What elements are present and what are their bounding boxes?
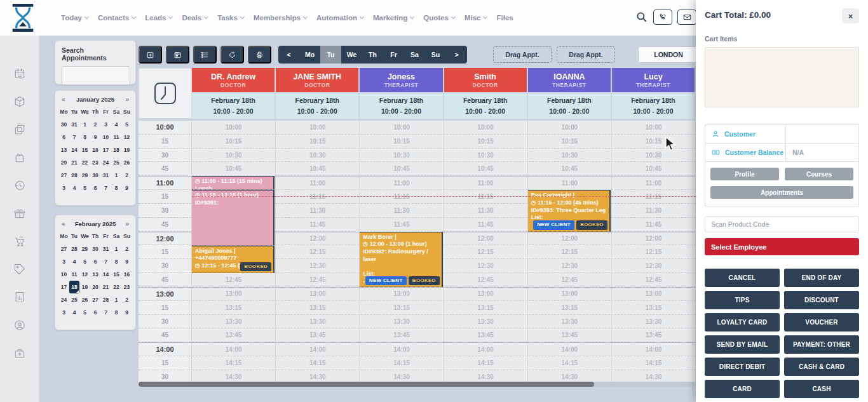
day-cell[interactable]: 5 bbox=[121, 118, 132, 131]
prev-day-button[interactable]: < bbox=[278, 46, 299, 64]
toolbar-calendar-view-button[interactable] bbox=[166, 46, 189, 64]
toolbar-refresh-button[interactable] bbox=[220, 46, 244, 64]
cash-button[interactable]: CASH bbox=[784, 380, 859, 398]
day-cell[interactable]: 24 bbox=[58, 293, 69, 306]
day-cell[interactable]: 3 bbox=[58, 182, 69, 194]
toolbar-print-button[interactable] bbox=[248, 46, 271, 64]
time-slot-cell[interactable]: 11:00 bbox=[360, 177, 444, 189]
time-slot-cell[interactable]: 13:15 bbox=[360, 301, 444, 314]
time-slot-cell[interactable]: 14:00 bbox=[528, 343, 612, 356]
sidebar-report-icon[interactable] bbox=[13, 291, 26, 304]
day-cell[interactable]: 3 bbox=[58, 306, 69, 319]
time-slot-cell[interactable]: 12:15 bbox=[612, 245, 696, 258]
time-slot-cell[interactable]: 12:30 bbox=[444, 259, 528, 272]
card-button[interactable]: CARD bbox=[705, 380, 780, 398]
day-cell[interactable]: 31 bbox=[69, 118, 80, 131]
time-slot-cell[interactable]: 13:45 bbox=[528, 328, 612, 342]
day-cell[interactable]: 29 bbox=[79, 243, 90, 255]
day-cell[interactable]: 10 bbox=[58, 268, 69, 281]
day-cell[interactable]: 3 bbox=[58, 255, 69, 268]
appointment-block[interactable]: Eva Cartwright |◷ 11:15 - 12:00 (45 mins… bbox=[528, 190, 611, 232]
day-cell[interactable]: 7 bbox=[100, 255, 111, 268]
appointment-block[interactable]: Mark Borer |◷ 12:00 - 13:00 (1 hour)ID#9… bbox=[360, 232, 442, 287]
day-cell[interactable]: 3 bbox=[100, 118, 111, 131]
provider-header[interactable]: JANE SMITHDOCTOR bbox=[276, 68, 358, 92]
sidebar-cart-icon[interactable] bbox=[13, 235, 26, 248]
sidebar-duplicate-icon[interactable] bbox=[13, 123, 26, 136]
day-cell[interactable]: 16 bbox=[121, 268, 132, 281]
time-slot-cell[interactable]: 10:15 bbox=[444, 135, 528, 148]
day-cell[interactable]: 28 bbox=[69, 169, 80, 182]
time-slot-cell[interactable]: 12:45 bbox=[192, 273, 276, 286]
day-cell[interactable]: 13 bbox=[58, 144, 69, 156]
sidebar-package-icon[interactable] bbox=[13, 95, 26, 108]
day-cell[interactable]: 4 bbox=[69, 255, 80, 268]
time-slot-cell[interactable]: 10:00 bbox=[444, 121, 528, 134]
time-slot-cell[interactable]: 13:15 bbox=[192, 301, 276, 314]
time-slot-cell[interactable]: 11:00 bbox=[612, 177, 696, 189]
tips-button[interactable]: TIPS bbox=[705, 291, 780, 309]
day-cell[interactable]: 21 bbox=[69, 156, 80, 169]
day-cell[interactable]: 26 bbox=[79, 293, 90, 306]
day-cell[interactable]: 16 bbox=[90, 144, 101, 156]
day-cell[interactable]: 8 bbox=[111, 182, 122, 194]
day-cell[interactable]: 20 bbox=[58, 156, 69, 169]
time-slot-cell[interactable]: 13:45 bbox=[276, 328, 360, 342]
day-cell[interactable]: 17 bbox=[58, 281, 69, 293]
day-cell[interactable]: 19 bbox=[121, 144, 132, 156]
time-slot-cell[interactable]: 13:15 bbox=[528, 301, 612, 314]
day-cell[interactable]: 6 bbox=[90, 306, 101, 319]
day-cell[interactable]: 27 bbox=[90, 293, 101, 306]
drag-appt-button-1[interactable]: Drag Appt. bbox=[493, 46, 552, 63]
time-slot-cell[interactable]: 11:45 bbox=[444, 218, 528, 231]
time-slot-cell[interactable]: 12:00 bbox=[528, 232, 612, 245]
time-slot-cell[interactable]: 12:15 bbox=[444, 245, 528, 258]
day-cell[interactable]: 22 bbox=[111, 281, 122, 293]
toolbar-agenda-button[interactable] bbox=[193, 46, 217, 64]
day-button-th[interactable]: Th bbox=[362, 46, 383, 64]
day-cell[interactable]: 30 bbox=[58, 118, 69, 131]
time-slot-cell[interactable]: 13:30 bbox=[612, 315, 696, 328]
day-cell[interactable]: 7 bbox=[100, 306, 111, 319]
next-month-button[interactable]: » bbox=[125, 96, 129, 103]
appointment-block[interactable]: ◷ 11:00 - 11:15 (15 mins)Lunch bbox=[192, 176, 275, 190]
horizontal-scrollbar[interactable] bbox=[139, 382, 696, 387]
nav-item-quotes[interactable]: Quotes bbox=[423, 14, 455, 22]
provider-header[interactable]: DR. AndrewDOCTOR bbox=[192, 68, 275, 92]
appointment-block[interactable]: ◷ 11:15 - 12:15 (1 hour)ID#9391: bbox=[192, 190, 275, 245]
time-slot-cell[interactable]: 11:30 bbox=[444, 204, 528, 217]
courses-button[interactable]: Courses bbox=[785, 168, 853, 180]
time-slot-cell[interactable]: 13:30 bbox=[444, 315, 528, 328]
day-cell[interactable]: 18 bbox=[111, 144, 122, 156]
day-button-mo[interactable]: Mo bbox=[299, 46, 320, 64]
time-slot-cell[interactable]: 10:30 bbox=[612, 149, 696, 162]
day-cell[interactable]: 27 bbox=[58, 169, 69, 182]
day-cell[interactable]: 19 bbox=[79, 281, 90, 293]
loyalty-card-button[interactable]: LOYALTY CARD bbox=[705, 313, 780, 332]
nav-item-files[interactable]: Files bbox=[496, 14, 513, 22]
day-cell[interactable]: 6 bbox=[90, 255, 101, 268]
time-slot-cell[interactable]: 13:45 bbox=[192, 328, 276, 342]
provider-header[interactable]: JonessTHERAPIST bbox=[360, 68, 442, 92]
day-cell[interactable]: 4 bbox=[69, 306, 80, 319]
day-cell[interactable]: 9 bbox=[121, 182, 132, 194]
time-slot-cell[interactable]: 11:45 bbox=[276, 218, 360, 231]
nav-item-marketing[interactable]: Marketing bbox=[373, 14, 414, 22]
day-button-we[interactable]: We bbox=[341, 46, 362, 64]
day-cell[interactable]: 30 bbox=[90, 169, 101, 182]
inbox-button[interactable] bbox=[677, 10, 696, 25]
time-slot-cell[interactable]: 10:45 bbox=[192, 162, 276, 175]
day-cell[interactable]: 23 bbox=[90, 156, 101, 169]
prev-month-button[interactable]: « bbox=[62, 96, 65, 103]
day-cell[interactable]: 20 bbox=[90, 281, 101, 293]
send-by-email-button[interactable]: SEND BY EMAIL bbox=[705, 335, 780, 354]
day-cell[interactable]: 5 bbox=[79, 255, 90, 268]
nav-item-memberships[interactable]: Memberships bbox=[254, 14, 307, 22]
time-slot-cell[interactable]: 11:30 bbox=[612, 204, 696, 217]
sidebar-tag-icon[interactable] bbox=[13, 263, 26, 276]
next-day-button[interactable]: > bbox=[446, 46, 467, 64]
sidebar-history-icon[interactable] bbox=[13, 179, 26, 192]
time-slot-cell[interactable]: 10:30 bbox=[360, 149, 444, 162]
time-slot-cell[interactable]: 12:00 bbox=[444, 232, 528, 245]
day-cell[interactable]: 12 bbox=[79, 268, 90, 281]
